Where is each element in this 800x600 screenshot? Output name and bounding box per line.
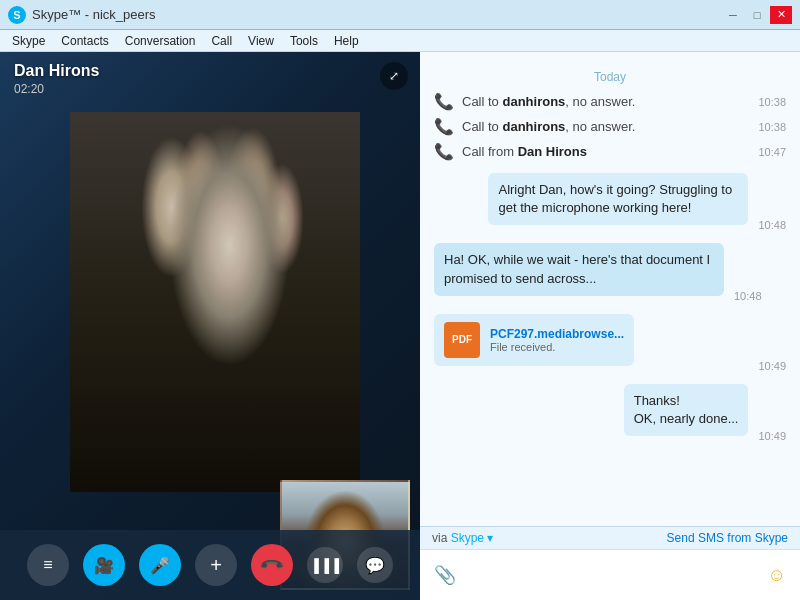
signal-button[interactable]: ▐▐▐ [307,547,343,583]
message-time-2: 10:48 [734,290,762,302]
add-participant-button[interactable]: + [195,544,237,586]
expand-button[interactable]: ⤢ [380,62,408,90]
mic-icon: 🎤 [150,556,170,575]
call-event-2: 📞 Call to danhirons, no answer. 10:38 [434,117,786,136]
event-time-3: 10:47 [758,146,786,158]
call-controls: ≡ 🎥 🎤 + 📞 ▐▐▐ 💬 [0,530,420,600]
chat-footer: via Skype ▾ Send SMS from Skype 📎 ☺ [420,526,800,600]
message-bubble-them-2: Thanks!OK, nearly done... [624,384,749,436]
chat-history[interactable]: Today 📞 Call to danhirons, no answer. 10… [420,52,800,526]
file-name: PCF297.mediabrowse... [490,327,624,341]
video-call-panel: Dan Hirons 02:20 ⤢ ≡ 🎥 🎤 + 📞 [0,52,420,600]
missed-call-icon-2: 📞 [434,117,454,136]
menu-item-help[interactable]: Help [326,32,367,50]
chat-input-row: 📎 ☺ [420,550,800,600]
received-call-icon: 📞 [434,142,454,161]
menu-item-call[interactable]: Call [203,32,240,50]
menubar: SkypeContactsConversationCallViewToolsHe… [0,30,800,52]
main-video-feed [70,112,360,492]
menu-item-skype[interactable]: Skype [4,32,53,50]
file-time: 10:49 [758,360,786,372]
file-status: File received. [490,341,624,353]
chat-input-field[interactable] [468,568,756,583]
end-call-icon: 📞 [258,551,286,579]
call-event: 📞 Call to danhirons, no answer. 10:38 [434,92,786,111]
add-icon: + [210,554,222,577]
date-separator: Today [434,70,786,84]
message-row-file: PDF PCF297.mediabrowse... File received.… [434,308,786,372]
menu-item-tools[interactable]: Tools [282,32,326,50]
message-text-1: Alright Dan, how's it going? Struggling … [498,182,732,215]
title-left: S Skype™ - nick_peers [8,6,156,24]
message-text-2: Ha! OK, while we wait - here's that docu… [444,252,710,285]
event-contact-bold-3: Dan Hirons [518,144,587,159]
call-event-text-3: Call from Dan Hirons [462,144,750,159]
chat-list-button[interactable]: ≡ [27,544,69,586]
message-bubble-them-1: Alright Dan, how's it going? Struggling … [488,173,748,225]
event-contact-bold-2: danhirons [502,119,565,134]
main-layout: Dan Hirons 02:20 ⤢ ≡ 🎥 🎤 + 📞 [0,52,800,600]
menu-item-view[interactable]: View [240,32,282,50]
window-title: Skype™ - nick_peers [32,7,156,22]
call-header: Dan Hirons 02:20 ⤢ [0,52,420,106]
mic-toggle-button[interactable]: 🎤 [139,544,181,586]
chat-panel: Today 📞 Call to danhirons, no answer. 10… [420,52,800,600]
message-row-4: Thanks!OK, nearly done... 10:49 [434,378,786,442]
message-time-4: 10:49 [758,430,786,442]
skype-logo-icon: S [8,6,26,24]
video-icon: 🎥 [94,556,114,575]
messages-button[interactable]: 💬 [357,547,393,583]
call-duration: 02:20 [14,82,406,96]
via-skype-label: Skype ▾ [451,531,494,545]
call-event-text: Call to danhirons, no answer. [462,94,750,109]
missed-call-icon: 📞 [434,92,454,111]
chat-bubble-icon: 💬 [365,556,385,575]
message-bubble-me-1: Ha! OK, while we wait - here's that docu… [434,243,724,295]
window-controls: ─ □ ✕ [722,6,792,24]
close-button[interactable]: ✕ [770,6,792,24]
event-time: 10:38 [758,96,786,108]
message-row-2: Ha! OK, while we wait - here's that docu… [434,237,786,301]
event-time-2: 10:38 [758,121,786,133]
call-event-text-2: Call to danhirons, no answer. [462,119,750,134]
minimize-button[interactable]: ─ [722,6,744,24]
file-message-bubble[interactable]: PDF PCF297.mediabrowse... File received. [434,314,634,366]
chat-via-bar: via Skype ▾ Send SMS from Skype [420,527,800,550]
remote-video [70,112,360,492]
message-time-1: 10:48 [758,219,786,231]
video-toggle-button[interactable]: 🎥 [83,544,125,586]
end-call-button[interactable]: 📞 [251,544,293,586]
send-sms-link[interactable]: Send SMS from Skype [667,531,788,545]
event-contact-bold: danhirons [502,94,565,109]
message-text-4: Thanks!OK, nearly done... [634,393,739,426]
emoji-button[interactable]: ☺ [764,561,790,590]
caller-name: Dan Hirons [14,62,406,80]
titlebar: S Skype™ - nick_peers ─ □ ✕ [0,0,800,30]
file-type-icon: PDF [444,322,480,358]
menu-item-conversation[interactable]: Conversation [117,32,204,50]
maximize-button[interactable]: □ [746,6,768,24]
signal-icon: ▐▐▐ [310,558,341,573]
list-icon: ≡ [43,556,52,574]
call-event-3: 📞 Call from Dan Hirons 10:47 [434,142,786,161]
file-info: PCF297.mediabrowse... File received. [490,327,624,353]
via-label: via Skype ▾ [432,531,493,545]
attachment-button[interactable]: 📎 [430,560,460,590]
message-row-1: Alright Dan, how's it going? Struggling … [434,167,786,231]
menu-item-contacts[interactable]: Contacts [53,32,116,50]
